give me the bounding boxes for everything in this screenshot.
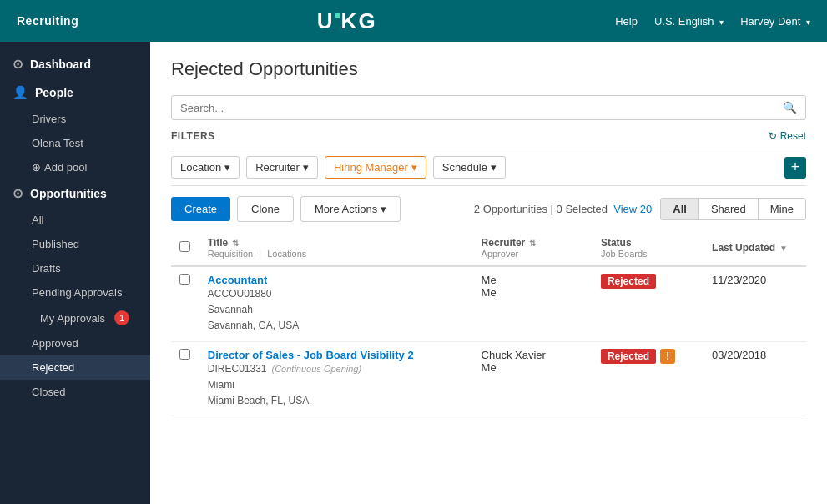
th-status: Status Job Boards: [593, 230, 703, 266]
sidebar-item-drivers[interactable]: Drivers: [0, 107, 150, 131]
row-checkbox[interactable]: [179, 349, 190, 360]
sidebar-item-published[interactable]: Published: [0, 232, 150, 256]
th-approver: Approver: [482, 249, 584, 259]
create-button[interactable]: Create: [171, 197, 230, 221]
main-content: Rejected Opportunities 🔍 FILTERS ↻ Reset…: [150, 42, 827, 504]
pending-approvals-label: Pending Approvals: [32, 286, 122, 299]
reset-button[interactable]: ↻ Reset: [769, 130, 806, 142]
add-pool-button[interactable]: ⊕ Add pool: [0, 155, 150, 179]
sidebar-item-my-approvals[interactable]: My Approvals 1: [0, 305, 150, 331]
select-all-checkbox[interactable]: [179, 241, 190, 252]
toggle-all[interactable]: All: [661, 199, 699, 219]
job-title-link[interactable]: Director of Sales - Job Board Visibility…: [208, 349, 414, 361]
filter-location-arrow: ▾: [224, 161, 230, 174]
table-row: Director of Sales - Job Board Visibility…: [171, 341, 806, 416]
opportunities-label: Opportunities: [30, 187, 107, 200]
row-requisition: DIREC01331(Continuous Opening): [208, 361, 465, 377]
filters-label: FILTERS: [171, 130, 215, 142]
filter-recruiter[interactable]: Recruiter ▾: [246, 156, 318, 179]
status-badge: Rejected: [601, 349, 656, 364]
filter-hiring-manager[interactable]: Hiring Manager ▾: [325, 156, 426, 179]
search-input[interactable]: [180, 102, 783, 114]
row-checkbox-cell: [171, 341, 199, 416]
filter-recruiter-arrow: ▾: [303, 161, 309, 174]
row-checkbox-cell: [171, 266, 199, 341]
sidebar: ⊙ Dashboard 👤 People Drivers Olena Test …: [0, 42, 150, 504]
page-title: Rejected Opportunities: [171, 58, 806, 80]
row-requisition: ACCOU01880: [208, 286, 465, 302]
th-title[interactable]: Title ⇅ Requisition | Locations: [199, 230, 473, 266]
filter-schedule-arrow: ▾: [491, 161, 497, 174]
row-recruiter-cell: Chuck Xavier Me: [473, 341, 593, 416]
row-recruiter-cell: Me Me: [473, 266, 593, 341]
more-actions-button[interactable]: More Actions ▾: [300, 196, 401, 222]
main-layout: ⊙ Dashboard 👤 People Drivers Olena Test …: [0, 42, 827, 504]
row-approver: Me: [482, 286, 584, 299]
olena-test-label: Olena Test: [32, 137, 83, 149]
th-last-updated[interactable]: Last Updated ▼: [703, 230, 806, 266]
help-link[interactable]: Help: [615, 15, 638, 28]
add-pool-label: Add pool: [44, 161, 87, 174]
title-sort-icon: ⇅: [232, 239, 239, 248]
job-title-link[interactable]: Accountant: [208, 274, 268, 286]
filter-schedule[interactable]: Schedule ▾: [433, 156, 506, 179]
filter-hiring-manager-arrow: ▾: [411, 161, 417, 174]
sidebar-item-olena-test[interactable]: Olena Test: [0, 131, 150, 155]
search-bar: 🔍: [171, 95, 806, 120]
sidebar-item-closed[interactable]: Closed: [0, 380, 150, 404]
count-text: 2 Opportunities | 0 Selected: [474, 203, 608, 215]
sidebar-item-rejected[interactable]: Rejected: [0, 355, 150, 380]
sidebar-item-approved[interactable]: Approved: [0, 331, 150, 355]
reset-label: Reset: [780, 130, 806, 142]
row-last-updated: 11/23/2020: [712, 274, 766, 286]
row-recruiter: Me: [482, 274, 584, 286]
filter-location[interactable]: Location ▾: [171, 156, 240, 179]
dashboard-label: Dashboard: [30, 58, 91, 71]
sidebar-item-pending-approvals[interactable]: Pending Approvals: [0, 280, 150, 305]
sidebar-item-drafts[interactable]: Drafts: [0, 256, 150, 280]
toggle-mine[interactable]: Mine: [759, 199, 805, 219]
rejected-label: Rejected: [32, 361, 74, 374]
th-recruiter[interactable]: Recruiter ⇅ Approver: [473, 230, 593, 266]
sidebar-section-opportunities[interactable]: ⊙ Opportunities: [0, 179, 150, 208]
clone-button[interactable]: Clone: [237, 196, 294, 222]
sidebar-section-people[interactable]: 👤 People: [0, 78, 150, 107]
row-status-cell: Rejected!: [593, 341, 703, 416]
user-menu[interactable]: Harvey Dent ▾: [740, 15, 810, 28]
row-updated-cell: 11/23/2020: [703, 266, 806, 341]
status-badge: Rejected: [601, 274, 656, 289]
row-city: Miami: [208, 377, 465, 393]
search-icon: 🔍: [783, 101, 797, 114]
drivers-label: Drivers: [32, 113, 66, 125]
more-actions-arrow: ▾: [381, 203, 386, 215]
top-nav-right: Help U.S. English ▾ Harvey Dent ▾: [615, 15, 810, 28]
table-row: Accountant ACCOU01880 Savannah Savannah,…: [171, 266, 806, 341]
row-checkbox[interactable]: [179, 274, 190, 285]
toggle-group: All Shared Mine: [660, 198, 806, 220]
row-title-cell: Director of Sales - Job Board Visibility…: [199, 341, 473, 416]
sidebar-item-dashboard[interactable]: ⊙ Dashboard: [0, 50, 150, 78]
row-updated-cell: 03/20/2018: [703, 341, 806, 416]
filters-bar: FILTERS ↻ Reset: [171, 130, 806, 142]
th-select-all[interactable]: [171, 230, 199, 266]
filter-recruiter-label: Recruiter: [255, 161, 300, 174]
row-city: Savannah: [208, 302, 465, 318]
filter-row: Location ▾ Recruiter ▾ Hiring Manager ▾ …: [171, 149, 806, 186]
filter-location-label: Location: [180, 161, 221, 174]
sidebar-item-all[interactable]: All: [0, 208, 150, 232]
view-link[interactable]: View 20: [613, 203, 652, 215]
updated-sort-icon: ▼: [779, 244, 788, 253]
th-subtitle: Requisition | Locations: [208, 249, 465, 259]
row-last-updated: 03/20/2018: [712, 349, 766, 361]
top-nav: Recruiting UKG Help U.S. English ▾ Harve…: [0, 0, 827, 42]
logo-container: UKG: [78, 8, 615, 34]
toggle-shared[interactable]: Shared: [699, 199, 759, 219]
published-label: Published: [32, 238, 79, 250]
filter-schedule-label: Schedule: [442, 161, 487, 174]
language-selector[interactable]: U.S. English ▾: [654, 15, 724, 28]
reset-icon: ↻: [769, 130, 777, 142]
filter-add-button[interactable]: +: [784, 157, 806, 179]
row-location: Miami Beach, FL, USA: [208, 393, 465, 409]
dashboard-icon: ⊙: [13, 57, 23, 72]
toolbar-left: Create Clone More Actions ▾: [171, 196, 401, 222]
